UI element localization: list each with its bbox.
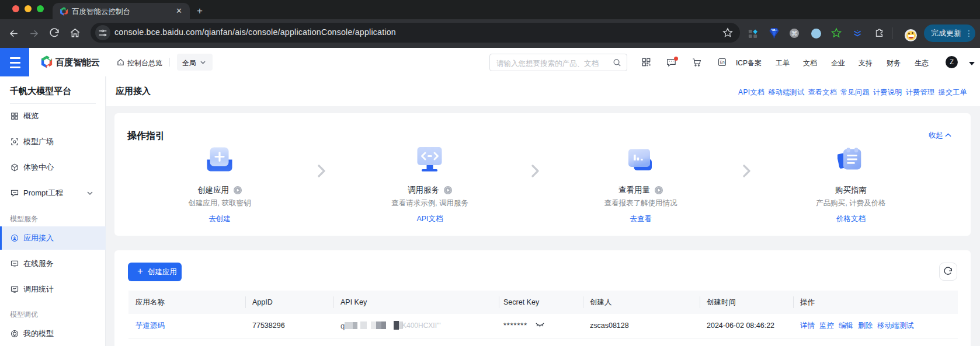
svg-text:En: En xyxy=(720,60,725,64)
